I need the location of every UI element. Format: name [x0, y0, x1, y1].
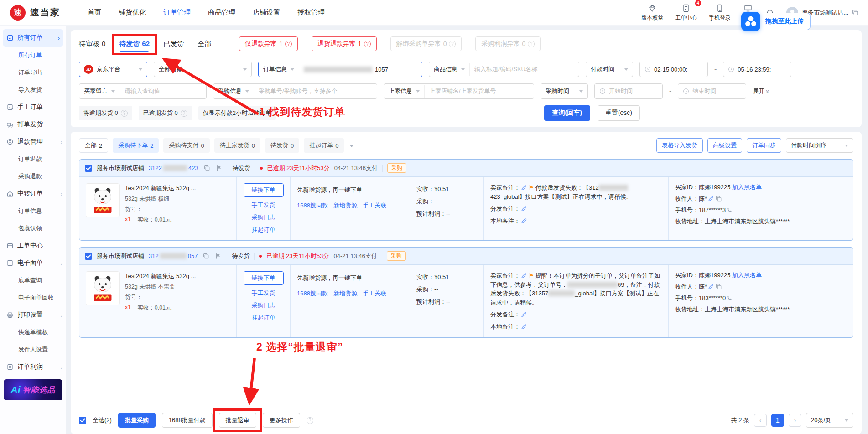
prev-page-button[interactable]: ‹	[754, 414, 767, 427]
shop-select[interactable]: 全部店铺	[154, 62, 252, 77]
subtab-pending-shipment[interactable]: 待发货0	[265, 138, 299, 153]
advanced-settings-button[interactable]: 高级设置	[707, 138, 742, 153]
batch-purchase-button[interactable]: 批量采购	[118, 413, 156, 428]
return-refund-exception-button[interactable]: 退货退款异常1	[312, 36, 377, 51]
sidebar-item-sender-settings[interactable]: 发件人设置	[0, 341, 66, 358]
sidebar-item-order-export[interactable]: 订单导出	[0, 64, 66, 81]
edit-icon[interactable]	[521, 206, 527, 212]
unbind-purchase-exception-button[interactable]: 解绑采购单异常0	[390, 36, 462, 51]
manual-ship-link[interactable]: 手工发货	[252, 289, 275, 297]
phone-icon[interactable]	[727, 207, 732, 213]
purchase-profit-exception-button[interactable]: 采购利润异常0	[475, 36, 541, 51]
edit-icon[interactable]	[708, 196, 714, 202]
product-title[interactable]: Test2024 新疆集运 532g ...	[125, 184, 196, 192]
pay-time-end[interactable]: 05-16 23:59:	[723, 62, 791, 77]
order-id-link[interactable]: 312057	[149, 253, 198, 259]
edit-icon[interactable]	[521, 185, 527, 191]
product-title[interactable]: Test2024 新疆集运 532g ...	[125, 272, 196, 280]
purchase-info-select[interactable]: 采购信息	[213, 84, 254, 98]
edit-icon[interactable]	[521, 324, 527, 330]
edit-icon[interactable]	[708, 284, 714, 289]
buyer-message-input[interactable]	[120, 85, 206, 98]
question-icon[interactable]	[307, 417, 313, 424]
ai-product-picker-banner[interactable]: Ai 智能选品	[4, 379, 62, 400]
order-checkbox[interactable]	[85, 253, 92, 260]
supplier-info-select[interactable]: 上家信息	[384, 84, 424, 98]
order-sync-button[interactable]: 订单同步	[747, 138, 781, 153]
subtab-pending-purchase[interactable]: 采购待下单2	[113, 138, 159, 153]
purchase-log-link[interactable]: 采购日志	[252, 301, 275, 310]
order-info-input[interactable]: 1057	[299, 62, 422, 77]
mobile-login-button[interactable]: 手机登录	[709, 4, 731, 22]
tab-pending-shipment[interactable]: 待发货62	[119, 40, 150, 52]
sidebar-item-transit-orders[interactable]: 中转订单	[0, 185, 66, 202]
order-id-link[interactable]: 3122423	[149, 165, 198, 171]
sidebar-item-order-refund[interactable]: 订单退款	[0, 150, 66, 168]
sidebar-item-package-claim[interactable]: 包裹认领	[0, 220, 66, 237]
overdue-pill[interactable]: 已逾期发货 0	[139, 106, 192, 120]
link-order-button[interactable]: 链接下单	[244, 271, 284, 285]
copy-icon[interactable]	[716, 196, 722, 202]
sidebar-item-all-orders-group[interactable]: 所有订单	[3, 29, 63, 46]
hold-order-link[interactable]: 挂起订单	[252, 314, 275, 322]
sidebar-item-express-template[interactable]: 快递单模板	[0, 324, 66, 341]
buyer-message-select[interactable]: 买家留言	[79, 84, 120, 98]
tab-shipped[interactable]: 已发货	[163, 40, 184, 52]
refund-only-exception-button[interactable]: 仅退款异常1	[239, 36, 298, 51]
sidebar-item-waybill-query[interactable]: 底单查询	[0, 272, 66, 289]
purchase-info-input[interactable]	[254, 85, 377, 98]
subtab-pending-payment[interactable]: 采购待支付0	[163, 138, 209, 153]
copy-icon[interactable]	[716, 284, 722, 289]
sidebar-item-manual-orders[interactable]: 手工订单	[0, 98, 66, 116]
search-1688-link[interactable]: 1688搜同款	[297, 202, 328, 210]
flag-icon[interactable]	[216, 165, 222, 171]
reset-button[interactable]: 重置(esc)	[598, 105, 640, 121]
purchase-time-select[interactable]: 采购时间	[541, 83, 588, 99]
hold-order-link[interactable]: 挂起订单	[252, 226, 275, 234]
add-source-link[interactable]: 新增货源	[333, 202, 357, 210]
next-page-button[interactable]: ›	[789, 414, 801, 427]
blacklist-link[interactable]: 加入黑名单	[732, 184, 762, 191]
select-all-checkbox[interactable]	[79, 417, 86, 424]
sidebar-item-ticket-center[interactable]: 工单中心	[0, 237, 66, 254]
sidebar-item-print-ship[interactable]: 打单发货	[0, 116, 66, 133]
nav-order-management[interactable]: 订单管理	[163, 8, 191, 17]
pay-time-select[interactable]: 付款时间	[586, 62, 633, 77]
manual-associate-link[interactable]: 手工关联	[363, 202, 386, 210]
current-page[interactable]: 1	[771, 414, 784, 427]
sidebar-item-order-profit[interactable]: 订单利润	[0, 358, 66, 376]
sidebar-item-purchase-refund[interactable]: 采购退款	[0, 168, 66, 185]
will-overdue-pill[interactable]: 将逾期发货 0	[79, 106, 132, 120]
edit-icon[interactable]	[521, 218, 527, 224]
link-order-button[interactable]: 链接下单	[244, 183, 284, 197]
drag-upload-widget[interactable]: 拖拽至此上传	[741, 12, 811, 31]
copy-icon[interactable]	[852, 10, 858, 16]
tab-pending-review[interactable]: 待审核0	[79, 40, 105, 52]
nav-home[interactable]: 首页	[88, 8, 101, 17]
sidebar-item-e-waybill[interactable]: 电子面单	[0, 254, 66, 272]
order-checkbox[interactable]	[85, 165, 92, 172]
sidebar-item-refund-management[interactable]: 退款管理	[0, 133, 66, 150]
subtab-held-orders[interactable]: 挂起订单0	[304, 138, 344, 153]
batch-unreview-button[interactable]: 批量退审	[219, 413, 256, 428]
sidebar-item-waybill-recycle[interactable]: 电子面单回收	[0, 289, 66, 306]
caret-down-icon[interactable]	[349, 145, 354, 150]
manual-associate-link[interactable]: 手工关联	[363, 289, 386, 298]
expand-filters-button[interactable]: 展开	[753, 87, 769, 95]
search-button[interactable]: 查询(回车)	[544, 105, 590, 121]
nav-authorization[interactable]: 授权管理	[297, 8, 325, 17]
flag-icon[interactable]	[215, 253, 221, 259]
subtab-all[interactable]: 全部2	[79, 138, 108, 153]
product-info-input[interactable]	[469, 63, 579, 76]
sort-select[interactable]: 付款时间倒序	[786, 138, 853, 153]
supplier-info-input[interactable]	[424, 85, 534, 98]
subtab-awaiting-supplier[interactable]: 待上家发货0	[214, 138, 260, 153]
copy-icon[interactable]	[203, 253, 209, 259]
edit-icon[interactable]	[521, 311, 527, 317]
copy-icon[interactable]	[204, 165, 210, 171]
purchase-time-start[interactable]: 开始时间	[594, 83, 663, 99]
pay-time-start[interactable]: 02-15 00:00:	[639, 62, 708, 77]
more-actions-button[interactable]: 更多操作	[263, 413, 300, 428]
phone-icon[interactable]	[727, 295, 732, 301]
edit-icon[interactable]	[521, 273, 527, 279]
